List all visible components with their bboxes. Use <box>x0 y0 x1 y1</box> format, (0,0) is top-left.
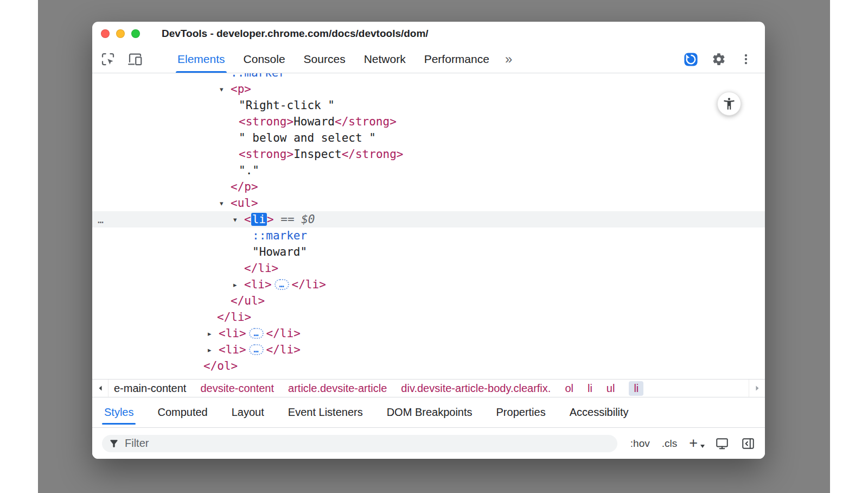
more-tabs-button[interactable]: » <box>499 52 519 67</box>
tree-row[interactable]: <strong>Inspect</strong> <box>92 146 765 162</box>
minimize-window-button[interactable] <box>116 29 125 38</box>
sidebar-tab-computed[interactable]: Computed <box>145 397 219 427</box>
tree-row[interactable]: </p> <box>92 179 765 195</box>
code-token-tag: </ol> <box>203 359 238 372</box>
tree-row[interactable]: </li> <box>92 309 765 325</box>
code-token-tag: > <box>267 213 274 226</box>
settings-gear-icon[interactable] <box>712 52 726 66</box>
pseudo-element-token: ::marker <box>231 73 285 79</box>
sidebar-tab-properties[interactable]: Properties <box>484 397 558 427</box>
breadcrumb-bar: e-main-contentdevsite-contentarticle.dev… <box>92 379 765 397</box>
tree-row[interactable]: …▾<li> == $0 <box>92 211 765 227</box>
sidebar-tab-event-listeners[interactable]: Event Listeners <box>276 397 375 427</box>
code-token-tag: </li> <box>266 327 301 340</box>
breadcrumb-scroll-right-button[interactable] <box>749 380 765 397</box>
styles-toolbar-right: :hov .cls + <box>630 436 755 451</box>
code-token-text: "Right-click " <box>239 99 335 112</box>
close-window-button[interactable] <box>101 29 110 38</box>
rendering-emulations-icon[interactable] <box>715 437 729 451</box>
sync-badge-icon[interactable] <box>683 52 699 67</box>
tree-row[interactable]: ::marker <box>92 227 765 244</box>
code-token-tag: </p> <box>231 180 258 193</box>
tree-row[interactable]: "Howard" <box>92 244 765 260</box>
toggle-element-state-button[interactable]: :hov <box>630 438 650 450</box>
code-token-tag: <ul> <box>231 197 258 210</box>
tree-row[interactable]: "Right-click " <box>92 97 765 113</box>
breadcrumb-item-devsite-content[interactable]: devsite-content <box>200 382 274 395</box>
filter-input[interactable]: Filter <box>102 435 617 452</box>
inline-expand-button[interactable]: … <box>249 344 264 355</box>
code-token-tag: </ul> <box>231 294 265 307</box>
selected-node-name[interactable]: li <box>251 213 267 226</box>
code-token-tag: </strong> <box>342 148 404 161</box>
new-style-rule-button[interactable]: + <box>689 436 703 451</box>
tree-row[interactable]: ::marker <box>92 73 765 81</box>
code-token-tag: </strong> <box>335 115 397 128</box>
sidebar-tab-dom-breakpoints[interactable]: DOM Breakpoints <box>375 397 484 427</box>
breadcrumb-item-ul[interactable]: ul <box>607 382 615 395</box>
code-token-tag: < <box>244 213 251 226</box>
tab-sources[interactable]: Sources <box>295 46 355 73</box>
accessibility-button[interactable] <box>717 92 741 116</box>
main-toolbar: ElementsConsoleSourcesNetworkPerformance… <box>92 46 765 73</box>
tree-row[interactable]: <strong>Howard</strong> <box>92 113 765 130</box>
disclosure-right-icon[interactable]: ▸ <box>233 281 244 289</box>
breadcrumb-scroll-left-button[interactable] <box>92 380 108 397</box>
sidebar-tab-styles[interactable]: Styles <box>92 397 145 427</box>
code-token-text: "Howard" <box>252 245 307 258</box>
tree-row[interactable]: ▾<ul> <box>92 195 765 211</box>
breadcrumb-item-e-main-content[interactable]: e-main-content <box>114 382 186 395</box>
elements-panel: ::marker▾<p>"Right-click "<strong>Howard… <box>92 73 765 379</box>
code-token-tag: <strong> <box>239 115 293 128</box>
kebab-menu-icon[interactable] <box>739 52 753 66</box>
breadcrumb-item-article-devsite-article[interactable]: article.devsite-article <box>288 382 387 395</box>
chevron-right-icon <box>754 384 761 392</box>
code-token-tag: <strong> <box>239 148 293 161</box>
tree-row[interactable]: " below and select " <box>92 130 765 146</box>
tree-row[interactable]: </ol> <box>92 358 765 374</box>
inline-expand-button[interactable]: … <box>275 279 289 290</box>
disclosure-right-icon[interactable]: ▸ <box>208 346 219 354</box>
tab-network[interactable]: Network <box>355 46 415 73</box>
tab-console[interactable]: Console <box>234 46 295 73</box>
window-controls <box>101 29 140 38</box>
pseudo-element-token: ::marker <box>252 229 307 242</box>
toggle-sidebar-icon[interactable] <box>741 437 755 451</box>
disclosure-down-icon[interactable]: ▾ <box>220 199 231 207</box>
tree-row[interactable]: </ul> <box>92 293 765 309</box>
tab-elements[interactable]: Elements <box>168 46 234 73</box>
window-title: DevTools - developer.chrome.com/docs/dev… <box>162 28 429 40</box>
device-toolbar-icon[interactable] <box>127 51 143 67</box>
breadcrumbs: e-main-contentdevsite-contentarticle.dev… <box>114 381 643 396</box>
code-token-tag: <li> <box>219 343 246 356</box>
breadcrumb-item-li[interactable]: li <box>588 382 592 395</box>
window-titlebar[interactable]: DevTools - developer.chrome.com/docs/dev… <box>92 22 765 46</box>
tree-row[interactable]: ▸<li>…</li> <box>92 342 765 358</box>
sidebar-tab-layout[interactable]: Layout <box>220 397 276 427</box>
tree-row[interactable]: "." <box>92 162 765 179</box>
code-token-tag: </li> <box>244 262 278 275</box>
disclosure-right-icon[interactable]: ▸ <box>208 330 219 338</box>
sidebar-tab-accessibility[interactable]: Accessibility <box>558 397 641 427</box>
inspect-element-icon[interactable] <box>100 51 116 67</box>
tree-row[interactable]: ▾<p> <box>92 81 765 97</box>
row-overflow-menu[interactable]: … <box>98 211 104 227</box>
zoom-window-button[interactable] <box>131 29 140 38</box>
element-classes-button[interactable]: .cls <box>662 438 678 450</box>
tab-performance[interactable]: Performance <box>415 46 499 73</box>
tree-row[interactable]: ▸<li>…</li> <box>92 276 765 293</box>
inline-expand-button[interactable]: … <box>249 328 264 339</box>
disclosure-down-icon[interactable]: ▾ <box>220 85 231 93</box>
styles-pane-toolbar: Filter :hov .cls + <box>92 428 765 459</box>
tree-row[interactable]: ▸<li>…</li> <box>92 325 765 342</box>
code-token-tag: <p> <box>231 83 251 96</box>
panel-tabs: ElementsConsoleSourcesNetworkPerformance <box>168 46 499 73</box>
breadcrumb-item-div-devsite-article-body-clearfix[interactable]: div.devsite-article-body.clearfix. <box>401 382 551 395</box>
breadcrumb-item-li[interactable]: li <box>629 381 643 396</box>
tree-row[interactable]: </li> <box>92 260 765 276</box>
code-token-tag: </li> <box>217 311 251 324</box>
code-token-text: "." <box>239 164 259 177</box>
breadcrumb-item-ol[interactable]: ol <box>565 382 573 395</box>
devtools-window: DevTools - developer.chrome.com/docs/dev… <box>92 22 765 459</box>
disclosure-down-icon[interactable]: ▾ <box>233 216 244 224</box>
